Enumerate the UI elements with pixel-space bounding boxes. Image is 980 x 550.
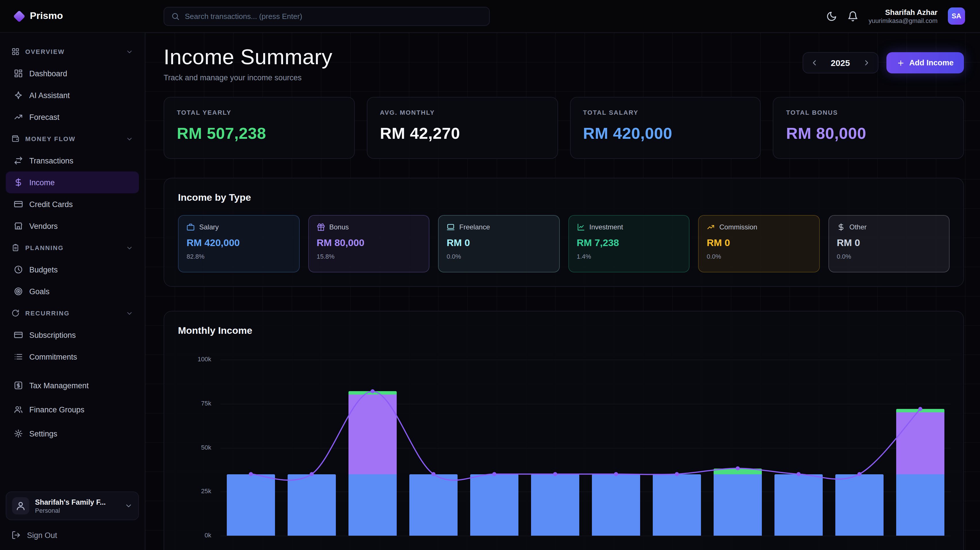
sidebar-item-income[interactable]: Income: [6, 171, 139, 193]
chartline-icon: [577, 223, 585, 231]
stat-label: AVG. MONTHLY: [380, 109, 545, 116]
taxbox-icon: [14, 381, 23, 390]
user-name: Sharifah Azhar: [869, 8, 937, 17]
year-selector: 2025: [802, 52, 878, 73]
income-type-value: RM 0: [837, 238, 941, 249]
income-type-label: Freelance: [459, 223, 490, 231]
add-income-label: Add Income: [909, 59, 954, 67]
sidebar-item-transactions[interactable]: Transactions: [6, 150, 139, 171]
income-type-card-other: Other RM 0 0.0%: [828, 215, 950, 273]
sidebar-item-subscriptions[interactable]: Subscriptions: [6, 324, 139, 346]
sidebar-item-finance-groups[interactable]: Finance Groups: [6, 398, 139, 422]
workspace-name: Sharifah's Family F...: [35, 498, 106, 506]
income-type-value: RM 0: [447, 238, 551, 249]
header-controls: 2025 Add Income: [802, 52, 964, 73]
sidebar-section-money-flow[interactable]: MONEY FLOW: [6, 128, 139, 150]
sidebar-item-ai-assistant[interactable]: AI Assistant: [6, 84, 139, 106]
sidebar-item-label: Commitments: [29, 352, 77, 361]
chart-plot-area: [220, 360, 951, 536]
clipboard-icon: [11, 244, 19, 252]
sidebar-item-tax-management[interactable]: Tax Management: [6, 373, 139, 398]
next-year-button[interactable]: [862, 59, 871, 67]
chart-y-tick: 50k: [178, 444, 211, 450]
sidebar-item-dashboard[interactable]: Dashboard: [6, 62, 139, 84]
stat-value: RM 80,000: [786, 124, 951, 143]
sidebar-item-label: AI Assistant: [29, 91, 70, 100]
sidebar-item-label: Goals: [29, 287, 50, 296]
sidebar-item-label: Finance Groups: [29, 405, 84, 414]
line-point: [797, 472, 800, 476]
income-type-card-salary: Salary RM 420,000 82.8%: [178, 215, 299, 273]
sidebar-section-recurring[interactable]: RECURRING: [6, 302, 139, 324]
line-point: [858, 472, 861, 476]
workspace-switcher[interactable]: Sharifah's Family F... Personal: [6, 491, 139, 520]
laptop-icon: [447, 223, 455, 231]
notifications-bell-icon[interactable]: [847, 11, 858, 22]
chevron-down-icon: [126, 244, 133, 252]
app-logo[interactable]: Prismo: [0, 10, 145, 22]
sign-out-label: Sign Out: [27, 531, 57, 539]
sidebar-nav: OVERVIEW Dashboard AI Assistant Forecast…: [6, 41, 139, 368]
search-bar[interactable]: [164, 6, 490, 25]
income-type-value: RM 0: [707, 238, 811, 249]
search-input[interactable]: [185, 12, 482, 21]
user-avatar[interactable]: SA: [948, 8, 965, 25]
swap-icon: [14, 156, 23, 165]
chart-gridline: [220, 536, 951, 536]
monthly-income-title: Monthly Income: [178, 325, 950, 337]
line-point: [553, 472, 557, 476]
income-type-card-commission: Commission RM 0 0.0%: [698, 215, 819, 273]
income-type-label: Bonus: [329, 223, 349, 231]
sidebar-section-overview[interactable]: OVERVIEW: [6, 41, 139, 62]
store-icon: [14, 221, 23, 231]
line-point: [675, 472, 679, 476]
sidebar-item-label: Forecast: [29, 113, 59, 121]
page-header: Income Summary Track and manage your inc…: [164, 45, 964, 82]
sidebar-item-label: Budgets: [29, 265, 58, 274]
sidebar-item-label: Transactions: [29, 156, 73, 165]
sidebar-item-label: Vendors: [29, 222, 58, 230]
income-type-percent: 0.0%: [707, 253, 811, 260]
search-icon: [171, 12, 180, 21]
chart-y-tick: 25k: [178, 488, 211, 495]
income-type-label: Other: [850, 223, 867, 231]
sidebar-item-commitments[interactable]: Commitments: [6, 346, 139, 368]
sidebar-item-credit-cards[interactable]: Credit Cards: [6, 193, 139, 215]
theme-toggle-moon-icon[interactable]: [826, 11, 837, 22]
add-income-button[interactable]: Add Income: [886, 52, 964, 73]
sidebar-item-goals[interactable]: Goals: [6, 281, 139, 302]
stat-card-total-bonus: TOTAL BONUS RM 80,000: [773, 97, 964, 159]
chart-y-tick: 100k: [178, 355, 211, 363]
topbar: Prismo Sharifah Azhar yuurimikasa@gmail.…: [0, 0, 980, 33]
chart-y-tick: 75k: [178, 400, 211, 407]
sparkle-icon: [14, 90, 23, 100]
sidebar-item-settings[interactable]: Settings: [6, 422, 139, 445]
sidebar-item-vendors[interactable]: Vendors: [6, 215, 139, 237]
sidebar-item-budgets[interactable]: Budgets: [6, 258, 139, 281]
income-type-value: RM 420,000: [186, 238, 291, 249]
dollar-icon: [14, 178, 23, 187]
sign-out-button[interactable]: Sign Out: [6, 527, 139, 543]
stat-value: RM 507,238: [177, 124, 342, 143]
income-by-type-panel: Income by Type Salary RM 420,000 82.8% B…: [164, 178, 964, 287]
stat-value: RM 42,270: [380, 124, 545, 143]
sidebar-section-planning[interactable]: PLANNING: [6, 237, 139, 258]
stats-row: TOTAL YEARLY RM 507,238 AVG. MONTHLY RM …: [164, 97, 964, 159]
app-root: Prismo Sharifah Azhar yuurimikasa@gmail.…: [0, 0, 980, 550]
income-type-percent: 0.0%: [837, 253, 941, 260]
card-icon: [14, 330, 23, 339]
income-type-percent: 1.4%: [577, 253, 681, 260]
sidebar-item-forecast[interactable]: Forecast: [6, 106, 139, 128]
stat-label: TOTAL BONUS: [786, 109, 951, 116]
page-title: Income Summary: [164, 45, 332, 70]
line-point: [492, 472, 496, 476]
chevron-down-icon: [126, 48, 133, 55]
prismo-diamond-icon: [13, 10, 25, 22]
chart-y-tick: 0k: [178, 532, 211, 539]
user-info: Sharifah Azhar yuurimikasa@gmail.com: [869, 8, 937, 24]
line-point: [431, 472, 436, 476]
previous-year-button[interactable]: [810, 59, 818, 67]
page-subtitle: Track and manage your income sources: [164, 73, 332, 82]
income-type-value: RM 7,238: [577, 238, 681, 249]
sign-out-icon: [11, 531, 21, 540]
